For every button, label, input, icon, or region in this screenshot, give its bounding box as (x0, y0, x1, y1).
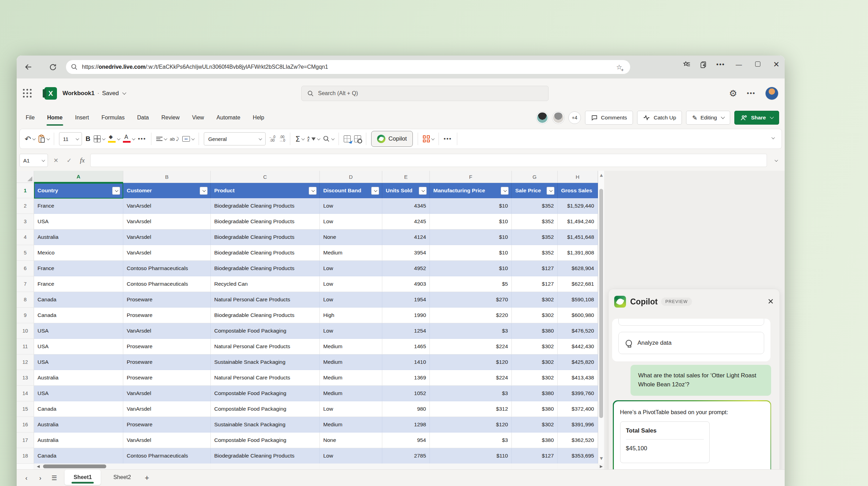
cell[interactable]: $352 (512, 245, 558, 261)
table-header-cell[interactable]: Discount Band (320, 183, 382, 198)
enter-icon[interactable]: ✓ (64, 157, 74, 164)
row-header[interactable]: 14 (17, 386, 34, 401)
cell[interactable]: Canada (34, 308, 123, 323)
minimize-icon[interactable]: — (734, 61, 744, 68)
sheet-tab-sheet1[interactable]: Sheet1 (65, 470, 101, 485)
merge-cells-button[interactable]: ↔ (182, 136, 194, 142)
format-as-table-button[interactable] (344, 135, 351, 142)
font-more-icon[interactable]: ••• (138, 135, 146, 142)
cell[interactable]: $380 (512, 386, 558, 401)
cell[interactable]: Low (320, 276, 382, 292)
cell[interactable]: $302 (512, 339, 558, 354)
cell[interactable]: $3 (430, 323, 512, 339)
row-header[interactable]: 5 (17, 245, 34, 261)
cell[interactable]: $399,760 (558, 386, 598, 401)
cell[interactable]: $380 (512, 401, 558, 417)
scroll-down-icon[interactable]: ▼ (599, 456, 603, 461)
cell[interactable]: $380 (512, 433, 558, 448)
row-header[interactable]: 11 (17, 339, 34, 354)
cell[interactable]: 1298 (382, 417, 430, 433)
menu-tab-insert[interactable]: Insert (69, 108, 95, 127)
filter-button[interactable] (419, 187, 427, 195)
cell[interactable]: $302 (512, 370, 558, 386)
horizontal-scrollbar[interactable]: ◀ ▶ (34, 463, 604, 469)
cell[interactable]: $224 (430, 370, 512, 386)
cell[interactable]: $127 (512, 448, 558, 464)
row-header[interactable]: 7 (17, 276, 34, 292)
cell[interactable]: Proseware (123, 308, 211, 323)
font-color-button[interactable] (123, 135, 134, 143)
cell[interactable]: Biodegradable Cleaning Products (211, 261, 320, 276)
cell[interactable]: $302 (512, 417, 558, 433)
cell[interactable]: High (320, 308, 382, 323)
cell[interactable]: $220 (430, 308, 512, 323)
add-sheet-button[interactable]: + (140, 472, 154, 484)
scroll-right-icon[interactable]: ▶ (600, 464, 603, 469)
font-size-select[interactable]: 11 (59, 132, 82, 145)
menu-tab-file[interactable]: File (19, 108, 41, 127)
select-all-corner[interactable] (17, 171, 34, 183)
cell[interactable]: $442,430 (558, 339, 598, 354)
prev-sheet-icon[interactable]: ‹ (19, 472, 33, 484)
decrease-decimal-button[interactable]: ←.0.00 (269, 135, 275, 142)
cell[interactable]: $120 (430, 417, 512, 433)
cancel-icon[interactable]: ✕ (51, 157, 61, 164)
collaborator-avatar[interactable] (552, 112, 564, 124)
cell[interactable]: USA (34, 214, 123, 229)
cell[interactable]: $120 (430, 354, 512, 370)
maximize-icon[interactable] (753, 61, 762, 68)
cell[interactable]: 4345 (382, 198, 430, 214)
table-header-cell[interactable]: Product (211, 183, 320, 198)
analyze-data-button[interactable]: Analyze data (618, 332, 764, 354)
cell[interactable]: Natural Personal Care Products (211, 292, 320, 308)
fill-color-button[interactable] (108, 135, 119, 143)
table-header-cell[interactable]: Gross Sales (558, 183, 598, 198)
cell[interactable]: $590,108 (558, 292, 598, 308)
cell[interactable]: Biodegradable Cleaning Products (211, 198, 320, 214)
more-options-icon[interactable]: ••• (747, 90, 756, 97)
row-header[interactable]: 1 (17, 183, 34, 198)
filter-button[interactable] (501, 187, 509, 195)
back-icon[interactable] (22, 60, 35, 74)
collaborator-count-badge[interactable]: +4 (568, 111, 581, 124)
cell[interactable]: Sustainable Snack Packaging (211, 417, 320, 433)
cell[interactable]: Low (320, 261, 382, 276)
cell[interactable]: France (34, 261, 123, 276)
cell[interactable]: VanArsdel (123, 401, 211, 417)
filter-button[interactable] (200, 187, 208, 195)
vertical-scrollbar[interactable]: ▲ ▼ (598, 171, 604, 469)
cell[interactable]: $10 (430, 229, 512, 245)
column-header-g[interactable]: G (512, 171, 558, 183)
close-panel-icon[interactable]: ✕ (768, 297, 774, 306)
catch-up-button[interactable]: Catch Up (637, 111, 682, 125)
cell[interactable]: VanArsdel (123, 229, 211, 245)
editing-mode-button[interactable]: ✎ Editing (686, 111, 730, 125)
cell[interactable]: Compostable Food Packaging (211, 386, 320, 401)
cell[interactable]: 954 (382, 433, 430, 448)
cell[interactable]: $10 (430, 261, 512, 276)
insert-function-icon[interactable]: fx (77, 157, 87, 164)
menu-tab-home[interactable]: Home (41, 108, 69, 127)
cell[interactable]: 3954 (382, 245, 430, 261)
filter-button[interactable] (112, 187, 120, 195)
cell[interactable]: $127 (512, 276, 558, 292)
cell[interactable]: $352 (512, 198, 558, 214)
cell[interactable]: VanArsdel (123, 433, 211, 448)
collapse-ribbon-icon[interactable] (771, 136, 775, 139)
all-sheets-menu-icon[interactable]: ☰ (47, 472, 61, 484)
settings-gear-icon[interactable]: ⚙ (729, 88, 737, 99)
cell[interactable]: $3 (430, 386, 512, 401)
autosum-button[interactable]: Σ (295, 135, 304, 143)
column-header-h[interactable]: H (558, 171, 598, 183)
cell[interactable]: $600,980 (558, 308, 598, 323)
document-title[interactable]: Workbook1 · Saved (62, 90, 126, 97)
cell[interactable]: $3 (430, 433, 512, 448)
cell[interactable]: Proseware (123, 354, 211, 370)
cell[interactable]: Biodegradable Cleaning Products (211, 245, 320, 261)
cell[interactable]: 1254 (382, 323, 430, 339)
cell[interactable]: $352 (512, 229, 558, 245)
paste-button[interactable] (38, 135, 49, 143)
comments-button[interactable]: Comments (585, 111, 633, 125)
cell[interactable]: Proseware (123, 417, 211, 433)
cell[interactable]: Canada (34, 292, 123, 308)
